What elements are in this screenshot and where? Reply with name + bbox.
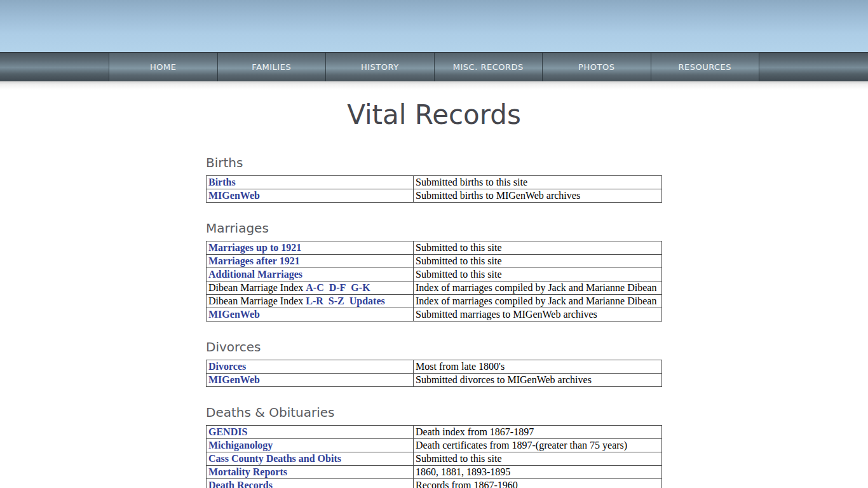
- record-link[interactable]: S-Z: [329, 295, 344, 306]
- records-section: MarriagesMarriages up to 1921Submitted t…: [206, 222, 662, 322]
- record-link[interactable]: Divorces: [208, 361, 246, 372]
- nav-item-photos[interactable]: PHOTOS: [542, 53, 651, 81]
- record-description: Index of marriages compiled by Jack and …: [414, 295, 662, 308]
- record-link[interactable]: Updates: [349, 295, 385, 306]
- record-link[interactable]: A-C: [306, 282, 323, 293]
- records-section: DivorcesDivorcesMost from late 1800'sMIG…: [206, 341, 662, 387]
- record-link-cell: MIGenWeb: [207, 308, 414, 322]
- record-link[interactable]: MIGenWeb: [208, 190, 260, 201]
- nav-item-families[interactable]: FAMILIES: [217, 53, 326, 81]
- record-link[interactable]: Additional Marriages: [208, 269, 302, 280]
- table-row: Death RecordsRecords from 1867-1960: [207, 479, 662, 488]
- table-row: Dibean Marriage Index L-R S-Z UpdatesInd…: [207, 295, 662, 308]
- section-heading: Marriages: [206, 222, 662, 235]
- record-link[interactable]: Mortality Reports: [208, 466, 287, 477]
- record-plain-text: Dibean Marriage Index: [208, 295, 306, 306]
- table-row: Dibean Marriage Index A-C D-F G-KIndex o…: [207, 281, 662, 295]
- record-link-cell: Dibean Marriage Index L-R S-Z Updates: [207, 295, 414, 308]
- record-link-cell: MIGenWeb: [207, 189, 414, 203]
- records-table: Marriages up to 1921Submitted to this si…: [206, 241, 662, 322]
- record-link-cell: MIGenWeb: [207, 374, 414, 387]
- record-link[interactable]: L-R: [306, 295, 323, 306]
- nav-item-resources[interactable]: RESOURCES: [651, 53, 760, 81]
- table-row: MichiganologyDeath certificates from 189…: [207, 439, 662, 452]
- record-link-cell: Dibean Marriage Index A-C D-F G-K: [207, 281, 414, 295]
- record-link[interactable]: Death Records: [208, 480, 273, 488]
- record-description: Submitted to this site: [414, 255, 662, 268]
- records-section: BirthsBirthsSubmitted births to this sit…: [206, 156, 662, 203]
- record-link-cell: Mortality Reports: [207, 466, 414, 479]
- record-description: Submitted births to this site: [414, 176, 662, 189]
- record-plain-text: [323, 295, 329, 306]
- table-row: MIGenWebSubmitted marriages to MIGenWeb …: [207, 308, 662, 322]
- record-link[interactable]: D-F: [329, 282, 346, 293]
- record-link-cell: Divorces: [207, 360, 414, 374]
- record-description: Submitted births to MIGenWeb archives: [414, 189, 662, 203]
- record-description: Records from 1867-1960: [414, 479, 662, 488]
- record-description: Submitted to this site: [414, 452, 662, 466]
- main-nav: HOMEFAMILIESHISTORYMISC. RECORDSPHOTOSRE…: [0, 52, 868, 81]
- record-link[interactable]: Marriages up to 1921: [208, 242, 301, 253]
- record-description: Death index from 1867-1897: [414, 426, 662, 439]
- table-row: DivorcesMost from late 1800's: [207, 360, 662, 374]
- record-link-cell: Additional Marriages: [207, 268, 414, 281]
- record-link[interactable]: MIGenWeb: [208, 309, 260, 320]
- sections: BirthsBirthsSubmitted births to this sit…: [206, 156, 662, 488]
- record-link[interactable]: Michiganology: [208, 440, 273, 451]
- record-link-cell: Marriages after 1921: [207, 255, 414, 268]
- table-row: Cass County Deaths and ObitsSubmitted to…: [207, 452, 662, 466]
- record-plain-text: [344, 295, 349, 306]
- record-description: Most from late 1800's: [414, 360, 662, 374]
- record-link-cell: Marriages up to 1921: [207, 241, 414, 255]
- record-description: Death certificates from 1897-(greater th…: [414, 439, 662, 452]
- record-link[interactable]: GENDIS: [208, 426, 247, 437]
- records-table: DivorcesMost from late 1800'sMIGenWebSub…: [206, 360, 662, 387]
- main-content: Vital Records BirthsBirthsSubmitted birt…: [0, 100, 868, 488]
- record-link[interactable]: G-K: [351, 282, 370, 293]
- table-row: MIGenWebSubmitted births to MIGenWeb arc…: [207, 189, 662, 203]
- record-description: Submitted divorces to MIGenWeb archives: [414, 374, 662, 387]
- record-link-cell: Births: [207, 176, 414, 189]
- section-heading: Deaths & Obituaries: [206, 406, 662, 419]
- record-description: Submitted marriages to MIGenWeb archives: [414, 308, 662, 322]
- page-title: Vital Records: [0, 100, 868, 129]
- record-plain-text: [324, 282, 329, 293]
- record-plain-text: Dibean Marriage Index: [208, 282, 306, 293]
- header-banner: [0, 0, 868, 52]
- records-table: GENDISDeath index from 1867-1897Michigan…: [206, 425, 662, 488]
- table-row: Marriages after 1921Submitted to this si…: [207, 255, 662, 268]
- records-table: BirthsSubmitted births to this siteMIGen…: [206, 175, 662, 203]
- section-heading: Births: [206, 156, 662, 170]
- section-heading: Divorces: [206, 341, 662, 354]
- record-link[interactable]: MIGenWeb: [208, 374, 260, 385]
- records-section: Deaths & ObituariesGENDISDeath index fro…: [206, 406, 662, 488]
- record-link[interactable]: Births: [208, 177, 236, 187]
- record-link-cell: GENDIS: [207, 426, 414, 439]
- record-link-cell: Michiganology: [207, 439, 414, 452]
- record-description: Submitted to this site: [414, 268, 662, 281]
- record-description: 1860, 1881, 1893-1895: [414, 466, 662, 479]
- table-row: MIGenWebSubmitted divorces to MIGenWeb a…: [207, 374, 662, 387]
- record-link[interactable]: Marriages after 1921: [208, 255, 300, 266]
- main-nav-items: HOMEFAMILIESHISTORYMISC. RECORDSPHOTOSRE…: [109, 53, 759, 81]
- nav-item-misc-records[interactable]: MISC. RECORDS: [434, 53, 543, 81]
- nav-drop-shadow: [0, 81, 868, 90]
- nav-item-history[interactable]: HISTORY: [325, 53, 434, 81]
- record-link-cell: Death Records: [207, 479, 414, 488]
- table-row: BirthsSubmitted births to this site: [207, 176, 662, 189]
- table-row: Mortality Reports1860, 1881, 1893-1895: [207, 466, 662, 479]
- record-description: Index of marriages compiled by Jack and …: [414, 281, 662, 295]
- table-row: GENDISDeath index from 1867-1897: [207, 426, 662, 439]
- nav-item-home[interactable]: HOME: [109, 53, 217, 81]
- record-link-cell: Cass County Deaths and Obits: [207, 452, 414, 466]
- record-description: Submitted to this site: [414, 241, 662, 255]
- record-link[interactable]: Cass County Deaths and Obits: [208, 453, 341, 464]
- table-row: Additional MarriagesSubmitted to this si…: [207, 268, 662, 281]
- table-row: Marriages up to 1921Submitted to this si…: [207, 241, 662, 255]
